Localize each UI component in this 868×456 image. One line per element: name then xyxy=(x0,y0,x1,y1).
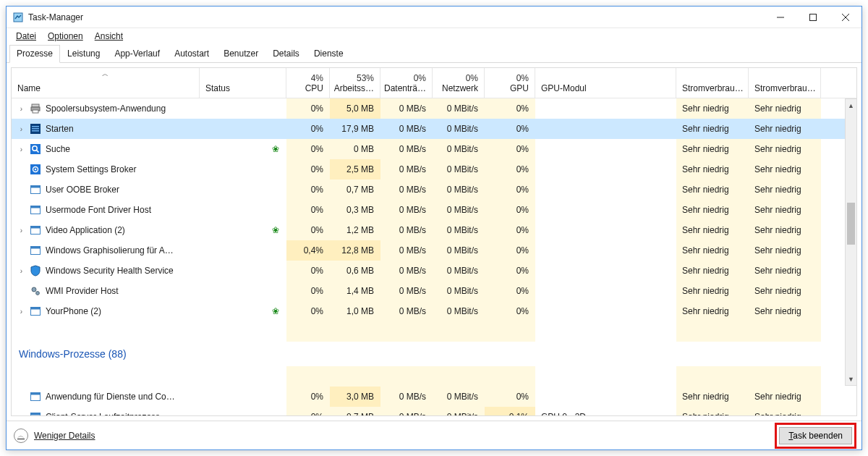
group-header-windows-processes[interactable]: Windows-Prozesse (88) xyxy=(12,342,856,366)
table-row[interactable]: ›Video Application (2)❀0%1,2 MB0 MB/s0 M… xyxy=(12,220,856,240)
cell-power-trend: Sehr niedrig xyxy=(749,240,821,261)
expand-chevron-icon[interactable]: › xyxy=(17,227,25,235)
vertical-scrollbar[interactable]: ▲ ▼ xyxy=(845,98,857,386)
window-controls xyxy=(764,7,861,28)
footer: ︿ Weniger Details Task beenden xyxy=(7,421,861,449)
col-cpu[interactable]: 4% CPU xyxy=(286,68,330,98)
svg-point-27 xyxy=(36,292,40,295)
cell-power-trend: Sehr niedrig xyxy=(749,281,821,301)
expand-chevron-icon[interactable]: › xyxy=(17,267,25,275)
col-network[interactable]: 0% Netzwerk xyxy=(433,68,485,98)
table-row[interactable]: ›User OOBE Broker0%0,7 MB0 MB/s0 MBit/s0… xyxy=(12,180,856,200)
table-row[interactable]: ›Anwendung für Dienste und Co…0%3,0 MB0 … xyxy=(12,387,856,407)
col-power-trend[interactable]: Stromverbrau… xyxy=(749,68,821,98)
cell-name: ›Spoolersubsystem-Anwendung xyxy=(12,98,200,119)
scroll-down-button[interactable]: ▼ xyxy=(846,373,856,385)
cell-gpu-module: GPU 0 - 3D xyxy=(535,407,676,415)
cell-disk: 0 MB/s xyxy=(380,301,433,321)
tab-leistung[interactable]: Leistung xyxy=(60,45,107,62)
cell-power-trend: Sehr niedrig xyxy=(749,119,821,139)
cell-power-usage: Sehr niedrig xyxy=(676,407,749,415)
svg-rect-0 xyxy=(14,13,22,22)
cell-gpu-module xyxy=(535,180,676,200)
cell-gpu-module xyxy=(535,98,676,119)
col-power-usage[interactable]: Stromverbrau… xyxy=(676,68,749,98)
cell-disk: 0 MB/s xyxy=(380,261,433,281)
cell-status: ❀ xyxy=(200,139,286,159)
cell-gpu: 0% xyxy=(485,139,535,159)
process-name: Spoolersubsystem-Anwendung xyxy=(46,104,166,114)
table-row[interactable]: ›Usermode Font Driver Host0%0,3 MB0 MB/s… xyxy=(12,200,856,220)
cell-network: 0 MBit/s xyxy=(433,301,485,321)
cell-network: 0 MBit/s xyxy=(433,261,485,281)
table-row[interactable]: ›Spoolersubsystem-Anwendung0%5,0 MB0 MB/… xyxy=(12,98,856,119)
expand-chevron-icon[interactable]: › xyxy=(17,105,25,113)
cell-disk: 0 MB/s xyxy=(380,281,433,301)
cell-memory: 0,3 MB xyxy=(330,200,380,220)
cell-gpu: 0% xyxy=(485,180,535,200)
expand-chevron-icon[interactable]: › xyxy=(17,308,25,316)
cell-gpu-module xyxy=(535,301,676,321)
cell-memory: 1,2 MB xyxy=(330,220,380,240)
table-row[interactable]: ›Windows Graphisolierung für A…0,4%12,8 … xyxy=(12,240,856,261)
cell-power-usage: Sehr niedrig xyxy=(676,240,749,261)
leaf-status-icon: ❀ xyxy=(270,225,281,235)
table-row[interactable]: ›Client-Server-Laufzeitprozess0%0,7 MB0 … xyxy=(12,407,856,415)
tab-dienste[interactable]: Dienste xyxy=(307,45,351,62)
process-name: Suche xyxy=(46,144,70,154)
cell-power-usage: Sehr niedrig xyxy=(676,139,749,159)
table-row[interactable]: ›System Settings Broker0%2,5 MB0 MB/s0 M… xyxy=(12,159,856,180)
col-gpu-label: GPU xyxy=(510,83,529,93)
col-status[interactable]: Status xyxy=(200,68,286,98)
close-button[interactable] xyxy=(829,7,861,28)
cell-power-trend: Sehr niedrig xyxy=(749,261,821,281)
cell-name: ›Video Application (2) xyxy=(12,220,200,240)
table-row[interactable]: ›Suche❀0%0 MB0 MB/s0 MBit/s0%Sehr niedri… xyxy=(12,139,856,159)
col-memory[interactable]: 53% Arbeitss… xyxy=(330,68,380,98)
end-task-button[interactable]: Task beenden xyxy=(779,427,852,444)
table-row[interactable]: ›WMI Provider Host0%1,4 MB0 MB/s0 MBit/s… xyxy=(12,281,856,301)
cell-gpu: 0% xyxy=(485,119,535,139)
cell-power-trend: Sehr niedrig xyxy=(749,301,821,321)
tab-autostart[interactable]: Autostart xyxy=(167,45,216,62)
cell-memory: 0,6 MB xyxy=(330,261,380,281)
cell-disk: 0 MB/s xyxy=(380,407,433,415)
cell-cpu: 0% xyxy=(286,200,330,220)
col-gpu-module[interactable]: GPU-Modul xyxy=(535,68,676,98)
expand-chevron-icon[interactable]: › xyxy=(17,125,25,133)
menu-datei[interactable]: Datei xyxy=(11,30,41,43)
cell-gpu: 0% xyxy=(485,98,535,119)
table-row[interactable]: ›Windows Security Health Service0%0,6 MB… xyxy=(12,261,856,281)
scroll-up-button[interactable]: ▲ xyxy=(846,99,856,111)
cell-power-usage: Sehr niedrig xyxy=(676,281,749,301)
menu-optionen[interactable]: Optionen xyxy=(43,30,88,43)
table-row[interactable]: ›Starten0%17,9 MB0 MB/s0 MBit/s0%Sehr ni… xyxy=(12,119,856,139)
svg-rect-19 xyxy=(31,186,41,188)
cell-cpu: 0% xyxy=(286,119,330,139)
cell-power-usage: Sehr niedrig xyxy=(676,200,749,220)
col-name[interactable]: ︿ Name xyxy=(12,68,200,98)
menu-ansicht[interactable]: Ansicht xyxy=(90,30,128,43)
cell-disk: 0 MB/s xyxy=(380,159,433,180)
scroll-thumb[interactable] xyxy=(847,203,855,245)
scroll-track[interactable] xyxy=(846,111,856,373)
cell-memory: 2,5 MB xyxy=(330,159,380,180)
col-disk-usage: 0% xyxy=(414,73,426,83)
maximize-button[interactable] xyxy=(796,7,829,28)
cell-network: 0 MBit/s xyxy=(433,180,485,200)
expand-chevron-icon[interactable]: › xyxy=(17,145,25,153)
col-gpu[interactable]: 0% GPU xyxy=(485,68,535,98)
minimize-button[interactable] xyxy=(764,7,796,28)
toggle-fewer-details[interactable]: ︿ Weniger Details xyxy=(14,428,95,443)
table-row[interactable]: ›YourPhone (2)❀0%1,0 MB0 MB/s0 MBit/s0%S… xyxy=(12,301,856,321)
col-status-label: Status xyxy=(205,83,230,93)
cell-name: ›Anwendung für Dienste und Co… xyxy=(12,387,200,407)
col-disk[interactable]: 0% Datenträ… xyxy=(380,68,433,98)
tab-appverlauf[interactable]: App-Verlauf xyxy=(107,45,167,62)
tab-prozesse[interactable]: Prozesse xyxy=(9,45,60,63)
grid-body[interactable]: ›Spoolersubsystem-Anwendung0%5,0 MB0 MB/… xyxy=(12,98,856,415)
process-icon xyxy=(30,391,41,402)
tab-benutzer[interactable]: Benutzer xyxy=(216,45,265,62)
cell-cpu: 0% xyxy=(286,98,330,119)
tab-details[interactable]: Details xyxy=(265,45,307,62)
